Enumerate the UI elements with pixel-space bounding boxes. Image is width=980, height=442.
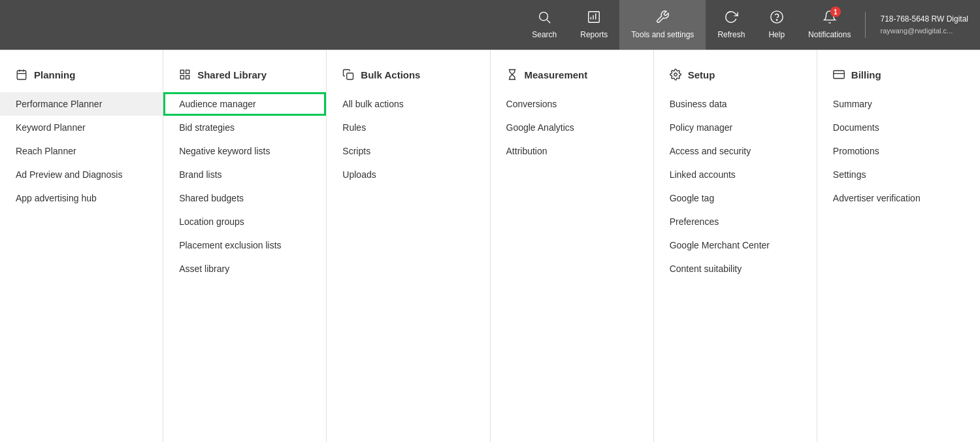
menu-asset-library[interactable]: Asset library xyxy=(163,257,326,280)
menu-linked-accounts[interactable]: Linked accounts xyxy=(654,163,817,186)
topbar-notifications[interactable]: 1 Notifications xyxy=(796,0,862,50)
svg-rect-8 xyxy=(17,71,26,80)
bulk-actions-header-label: Bulk Actions xyxy=(361,69,420,80)
calendar-icon xyxy=(16,69,27,80)
account-email: raywang@rwdigital.c... xyxy=(880,26,968,37)
menu-content-suitability[interactable]: Content suitability xyxy=(654,257,817,280)
menu-uploads[interactable]: Uploads xyxy=(327,163,489,186)
menu-audience-manager[interactable]: Audience manager xyxy=(163,92,326,116)
topbar-search[interactable]: Search xyxy=(520,0,568,50)
svg-rect-12 xyxy=(180,70,184,73)
tools-icon xyxy=(655,10,670,27)
planning-header-label: Planning xyxy=(34,69,75,80)
column-setup: Setup Business data Policy manager Acces… xyxy=(654,50,817,442)
main-menu: Planning Performance Planner Keyword Pla… xyxy=(0,50,980,442)
menu-brand-lists[interactable]: Brand lists xyxy=(163,163,326,186)
svg-line-1 xyxy=(547,20,550,23)
menu-summary[interactable]: Summary xyxy=(817,92,980,116)
search-icon xyxy=(537,10,551,27)
copy-icon xyxy=(342,69,354,80)
menu-scripts[interactable]: Scripts xyxy=(327,139,489,163)
svg-rect-18 xyxy=(834,71,845,78)
svg-rect-14 xyxy=(180,76,184,79)
menu-conversions[interactable]: Conversions xyxy=(491,92,653,116)
topbar-actions: Search Reports Tools and settings Refres… xyxy=(520,0,980,50)
column-billing: Billing Summary Documents Promotions Set… xyxy=(817,50,980,442)
setup-header-label: Setup xyxy=(688,69,715,80)
reports-label: Reports xyxy=(580,30,608,39)
column-measurement: Measurement Conversions Google Analytics… xyxy=(491,50,654,442)
menu-keyword-planner[interactable]: Keyword Planner xyxy=(0,116,163,139)
menu-reach-planner[interactable]: Reach Planner xyxy=(0,139,163,163)
column-planning-header: Planning xyxy=(0,63,163,92)
column-shared-library-header: Shared Library xyxy=(163,63,326,92)
topbar-reports[interactable]: Reports xyxy=(568,0,619,50)
topbar-refresh[interactable]: Refresh xyxy=(706,0,757,50)
menu-shared-budgets[interactable]: Shared budgets xyxy=(163,186,326,210)
topbar-divider xyxy=(865,12,866,38)
menu-business-data[interactable]: Business data xyxy=(654,92,817,116)
menu-google-tag[interactable]: Google tag xyxy=(654,186,817,210)
topbar-tools[interactable]: Tools and settings xyxy=(619,0,706,50)
column-bulk-actions: Bulk Actions All bulk actions Rules Scri… xyxy=(327,50,490,442)
menu-location-groups[interactable]: Location groups xyxy=(163,210,326,233)
menu-advertiser-verification[interactable]: Advertiser verification xyxy=(817,186,980,210)
measurement-header-label: Measurement xyxy=(525,69,588,80)
column-shared-library: Shared Library Audience manager Bid stra… xyxy=(163,50,327,442)
menu-settings[interactable]: Settings xyxy=(817,163,980,186)
topbar-account[interactable]: 718-768-5648 RW Digital raywang@rwdigita… xyxy=(868,13,980,37)
hourglass-icon xyxy=(506,69,518,80)
menu-merchant-center[interactable]: Google Merchant Center xyxy=(654,233,817,257)
svg-rect-15 xyxy=(186,76,189,79)
menu-performance-planner[interactable]: Performance Planner xyxy=(0,92,163,116)
menu-policy-manager[interactable]: Policy manager xyxy=(654,116,817,139)
settings-circle-icon xyxy=(670,69,681,80)
svg-point-0 xyxy=(540,12,548,21)
topbar-help[interactable]: Help xyxy=(757,0,796,50)
menu-app-advertising[interactable]: App advertising hub xyxy=(0,186,163,210)
svg-rect-16 xyxy=(347,73,353,80)
menu-placement-exclusion[interactable]: Placement exclusion lists xyxy=(163,233,326,257)
svg-point-17 xyxy=(674,73,677,76)
menu-negative-keywords[interactable]: Negative keyword lists xyxy=(163,139,326,163)
svg-point-6 xyxy=(771,11,783,23)
card-icon xyxy=(833,69,845,80)
column-measurement-header: Measurement xyxy=(491,63,653,92)
refresh-label: Refresh xyxy=(717,30,745,39)
column-bulk-actions-header: Bulk Actions xyxy=(327,63,489,92)
shared-library-header-label: Shared Library xyxy=(197,69,267,80)
svg-rect-2 xyxy=(589,12,600,23)
topbar: Search Reports Tools and settings Refres… xyxy=(0,0,980,50)
menu-bid-strategies[interactable]: Bid strategies xyxy=(163,116,326,139)
menu-google-analytics[interactable]: Google Analytics xyxy=(491,116,653,139)
menu-attribution[interactable]: Attribution xyxy=(491,139,653,163)
reports-icon xyxy=(587,10,601,27)
column-setup-header: Setup xyxy=(654,63,817,92)
menu-documents[interactable]: Documents xyxy=(817,116,980,139)
account-name: 718-768-5648 RW Digital xyxy=(880,13,968,26)
refresh-icon xyxy=(724,10,738,27)
grid-icon xyxy=(179,69,191,80)
tools-label: Tools and settings xyxy=(631,30,694,39)
column-billing-header: Billing xyxy=(817,63,980,92)
notifications-icon: 1 xyxy=(823,10,837,27)
menu-promotions[interactable]: Promotions xyxy=(817,139,980,163)
menu-rules[interactable]: Rules xyxy=(327,116,489,139)
svg-rect-13 xyxy=(186,70,189,73)
help-icon xyxy=(770,10,784,27)
billing-header-label: Billing xyxy=(851,69,881,80)
column-planning: Planning Performance Planner Keyword Pla… xyxy=(0,50,163,442)
menu-preferences[interactable]: Preferences xyxy=(654,210,817,233)
menu-ad-preview[interactable]: Ad Preview and Diagnosis xyxy=(0,163,163,186)
notifications-label: Notifications xyxy=(808,30,851,39)
menu-all-bulk-actions[interactable]: All bulk actions xyxy=(327,92,489,116)
menu-access-security[interactable]: Access and security xyxy=(654,139,817,163)
search-label: Search xyxy=(532,30,557,39)
notification-badge: 1 xyxy=(830,7,841,17)
help-label: Help xyxy=(768,30,785,39)
